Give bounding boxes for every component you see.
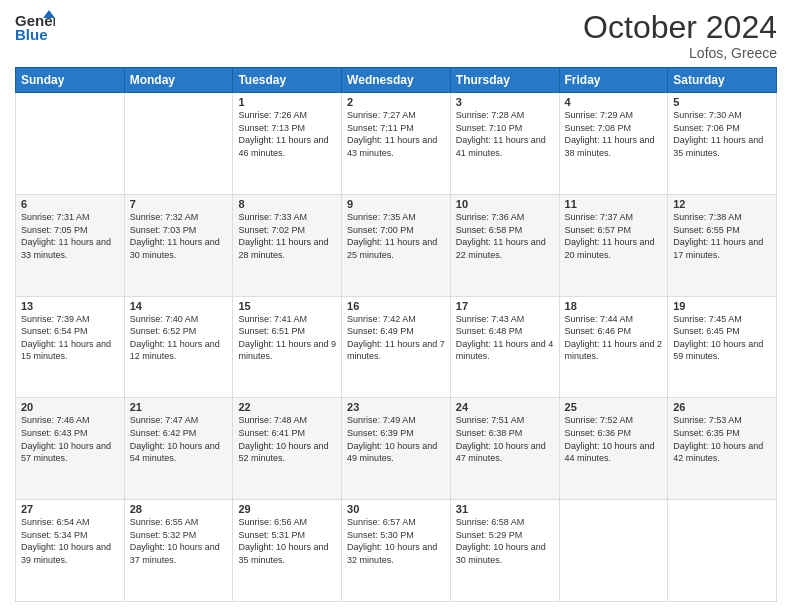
- cell-info: Sunrise: 7:35 AMSunset: 7:00 PMDaylight:…: [347, 211, 445, 261]
- table-row: 8Sunrise: 7:33 AMSunset: 7:02 PMDaylight…: [233, 194, 342, 296]
- table-row: 26Sunrise: 7:53 AMSunset: 6:35 PMDayligh…: [668, 398, 777, 500]
- table-row: 4Sunrise: 7:29 AMSunset: 7:08 PMDaylight…: [559, 93, 668, 195]
- table-row: 6Sunrise: 7:31 AMSunset: 7:05 PMDaylight…: [16, 194, 125, 296]
- cell-info: Sunrise: 7:29 AMSunset: 7:08 PMDaylight:…: [565, 109, 663, 159]
- col-wednesday: Wednesday: [342, 68, 451, 93]
- day-number: 3: [456, 96, 554, 108]
- calendar-week-row: 6Sunrise: 7:31 AMSunset: 7:05 PMDaylight…: [16, 194, 777, 296]
- col-saturday: Saturday: [668, 68, 777, 93]
- cell-info: Sunrise: 7:40 AMSunset: 6:52 PMDaylight:…: [130, 313, 228, 363]
- day-number: 14: [130, 300, 228, 312]
- day-number: 21: [130, 401, 228, 413]
- day-number: 15: [238, 300, 336, 312]
- cell-info: Sunrise: 7:38 AMSunset: 6:55 PMDaylight:…: [673, 211, 771, 261]
- table-row: 20Sunrise: 7:46 AMSunset: 6:43 PMDayligh…: [16, 398, 125, 500]
- table-row: 30Sunrise: 6:57 AMSunset: 5:30 PMDayligh…: [342, 500, 451, 602]
- svg-text:Blue: Blue: [15, 26, 48, 43]
- cell-info: Sunrise: 7:42 AMSunset: 6:49 PMDaylight:…: [347, 313, 445, 363]
- title-section: October 2024 Lofos, Greece: [583, 10, 777, 61]
- calendar-week-row: 13Sunrise: 7:39 AMSunset: 6:54 PMDayligh…: [16, 296, 777, 398]
- cell-info: Sunrise: 7:37 AMSunset: 6:57 PMDaylight:…: [565, 211, 663, 261]
- logo-icon: General Blue: [15, 10, 55, 49]
- cell-info: Sunrise: 7:51 AMSunset: 6:38 PMDaylight:…: [456, 414, 554, 464]
- day-number: 11: [565, 198, 663, 210]
- day-number: 5: [673, 96, 771, 108]
- cell-info: Sunrise: 7:31 AMSunset: 7:05 PMDaylight:…: [21, 211, 119, 261]
- table-row: 27Sunrise: 6:54 AMSunset: 5:34 PMDayligh…: [16, 500, 125, 602]
- table-row: 28Sunrise: 6:55 AMSunset: 5:32 PMDayligh…: [124, 500, 233, 602]
- cell-info: Sunrise: 6:56 AMSunset: 5:31 PMDaylight:…: [238, 516, 336, 566]
- calendar-week-row: 1Sunrise: 7:26 AMSunset: 7:13 PMDaylight…: [16, 93, 777, 195]
- day-number: 25: [565, 401, 663, 413]
- cell-info: Sunrise: 7:53 AMSunset: 6:35 PMDaylight:…: [673, 414, 771, 464]
- table-row: 5Sunrise: 7:30 AMSunset: 7:06 PMDaylight…: [668, 93, 777, 195]
- calendar-week-row: 27Sunrise: 6:54 AMSunset: 5:34 PMDayligh…: [16, 500, 777, 602]
- cell-info: Sunrise: 7:36 AMSunset: 6:58 PMDaylight:…: [456, 211, 554, 261]
- col-sunday: Sunday: [16, 68, 125, 93]
- table-row: 15Sunrise: 7:41 AMSunset: 6:51 PMDayligh…: [233, 296, 342, 398]
- day-number: 9: [347, 198, 445, 210]
- table-row: 14Sunrise: 7:40 AMSunset: 6:52 PMDayligh…: [124, 296, 233, 398]
- cell-info: Sunrise: 7:47 AMSunset: 6:42 PMDaylight:…: [130, 414, 228, 464]
- table-row: 7Sunrise: 7:32 AMSunset: 7:03 PMDaylight…: [124, 194, 233, 296]
- table-row: [16, 93, 125, 195]
- table-row: 12Sunrise: 7:38 AMSunset: 6:55 PMDayligh…: [668, 194, 777, 296]
- day-number: 1: [238, 96, 336, 108]
- table-row: 24Sunrise: 7:51 AMSunset: 6:38 PMDayligh…: [450, 398, 559, 500]
- cell-info: Sunrise: 6:55 AMSunset: 5:32 PMDaylight:…: [130, 516, 228, 566]
- header: General Blue October 2024 Lofos, Greece: [15, 10, 777, 61]
- table-row: 9Sunrise: 7:35 AMSunset: 7:00 PMDaylight…: [342, 194, 451, 296]
- table-row: 25Sunrise: 7:52 AMSunset: 6:36 PMDayligh…: [559, 398, 668, 500]
- table-row: 31Sunrise: 6:58 AMSunset: 5:29 PMDayligh…: [450, 500, 559, 602]
- day-number: 6: [21, 198, 119, 210]
- table-row: 13Sunrise: 7:39 AMSunset: 6:54 PMDayligh…: [16, 296, 125, 398]
- cell-info: Sunrise: 6:58 AMSunset: 5:29 PMDaylight:…: [456, 516, 554, 566]
- table-row: 22Sunrise: 7:48 AMSunset: 6:41 PMDayligh…: [233, 398, 342, 500]
- day-number: 24: [456, 401, 554, 413]
- day-number: 13: [21, 300, 119, 312]
- cell-info: Sunrise: 7:26 AMSunset: 7:13 PMDaylight:…: [238, 109, 336, 159]
- table-row: [559, 500, 668, 602]
- cell-info: Sunrise: 7:27 AMSunset: 7:11 PMDaylight:…: [347, 109, 445, 159]
- table-row: 2Sunrise: 7:27 AMSunset: 7:11 PMDaylight…: [342, 93, 451, 195]
- cell-info: Sunrise: 7:30 AMSunset: 7:06 PMDaylight:…: [673, 109, 771, 159]
- table-row: 17Sunrise: 7:43 AMSunset: 6:48 PMDayligh…: [450, 296, 559, 398]
- header-row: Sunday Monday Tuesday Wednesday Thursday…: [16, 68, 777, 93]
- col-friday: Friday: [559, 68, 668, 93]
- day-number: 29: [238, 503, 336, 515]
- col-monday: Monday: [124, 68, 233, 93]
- day-number: 18: [565, 300, 663, 312]
- cell-info: Sunrise: 7:48 AMSunset: 6:41 PMDaylight:…: [238, 414, 336, 464]
- table-row: 16Sunrise: 7:42 AMSunset: 6:49 PMDayligh…: [342, 296, 451, 398]
- table-row: 19Sunrise: 7:45 AMSunset: 6:45 PMDayligh…: [668, 296, 777, 398]
- cell-info: Sunrise: 6:57 AMSunset: 5:30 PMDaylight:…: [347, 516, 445, 566]
- day-number: 12: [673, 198, 771, 210]
- table-row: [124, 93, 233, 195]
- day-number: 30: [347, 503, 445, 515]
- col-thursday: Thursday: [450, 68, 559, 93]
- cell-info: Sunrise: 7:44 AMSunset: 6:46 PMDaylight:…: [565, 313, 663, 363]
- cell-info: Sunrise: 7:33 AMSunset: 7:02 PMDaylight:…: [238, 211, 336, 261]
- cell-info: Sunrise: 7:41 AMSunset: 6:51 PMDaylight:…: [238, 313, 336, 363]
- table-row: 21Sunrise: 7:47 AMSunset: 6:42 PMDayligh…: [124, 398, 233, 500]
- logo: General Blue: [15, 10, 55, 49]
- table-row: 1Sunrise: 7:26 AMSunset: 7:13 PMDaylight…: [233, 93, 342, 195]
- day-number: 17: [456, 300, 554, 312]
- day-number: 4: [565, 96, 663, 108]
- page: General Blue October 2024 Lofos, Greece …: [0, 0, 792, 612]
- day-number: 2: [347, 96, 445, 108]
- cell-info: Sunrise: 6:54 AMSunset: 5:34 PMDaylight:…: [21, 516, 119, 566]
- calendar-table: Sunday Monday Tuesday Wednesday Thursday…: [15, 67, 777, 602]
- table-row: 23Sunrise: 7:49 AMSunset: 6:39 PMDayligh…: [342, 398, 451, 500]
- day-number: 27: [21, 503, 119, 515]
- day-number: 16: [347, 300, 445, 312]
- table-row: [668, 500, 777, 602]
- cell-info: Sunrise: 7:28 AMSunset: 7:10 PMDaylight:…: [456, 109, 554, 159]
- table-row: 3Sunrise: 7:28 AMSunset: 7:10 PMDaylight…: [450, 93, 559, 195]
- cell-info: Sunrise: 7:46 AMSunset: 6:43 PMDaylight:…: [21, 414, 119, 464]
- table-row: 11Sunrise: 7:37 AMSunset: 6:57 PMDayligh…: [559, 194, 668, 296]
- calendar-week-row: 20Sunrise: 7:46 AMSunset: 6:43 PMDayligh…: [16, 398, 777, 500]
- cell-info: Sunrise: 7:45 AMSunset: 6:45 PMDaylight:…: [673, 313, 771, 363]
- day-number: 31: [456, 503, 554, 515]
- day-number: 10: [456, 198, 554, 210]
